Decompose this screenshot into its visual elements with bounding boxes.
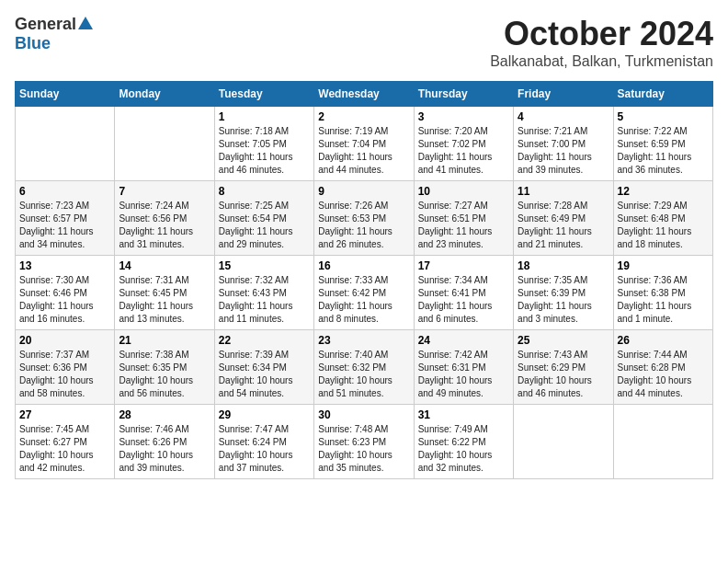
calendar-cell: 25Sunrise: 7:43 AMSunset: 6:29 PMDayligh…: [514, 330, 613, 405]
calendar-cell: 16Sunrise: 7:33 AMSunset: 6:42 PMDayligh…: [314, 256, 414, 330]
day-number: 29: [219, 408, 310, 421]
calendar-cell: 31Sunrise: 7:49 AMSunset: 6:22 PMDayligh…: [414, 405, 513, 479]
day-info: Sunrise: 7:42 AMSunset: 6:31 PMDaylight:…: [418, 349, 509, 400]
day-number: 24: [418, 334, 509, 347]
day-number: 11: [518, 185, 609, 198]
day-info: Sunrise: 7:45 AMSunset: 6:27 PMDaylight:…: [19, 423, 110, 475]
calendar-table: SundayMondayTuesdayWednesdayThursdayFrid…: [15, 81, 713, 479]
calendar-cell: 13Sunrise: 7:30 AMSunset: 6:46 PMDayligh…: [16, 256, 115, 330]
day-info: Sunrise: 7:32 AMSunset: 6:43 PMDaylight:…: [219, 274, 310, 326]
day-info: Sunrise: 7:21 AMSunset: 7:00 PMDaylight:…: [518, 125, 609, 177]
calendar-cell: 19Sunrise: 7:36 AMSunset: 6:38 PMDayligh…: [613, 256, 712, 330]
day-number: 16: [318, 259, 409, 272]
calendar-cell: 23Sunrise: 7:40 AMSunset: 6:32 PMDayligh…: [314, 330, 414, 405]
calendar-cell: 15Sunrise: 7:32 AMSunset: 6:43 PMDayligh…: [214, 256, 313, 330]
calendar-cell: 2Sunrise: 7:19 AMSunset: 7:04 PMDaylight…: [314, 107, 414, 181]
calendar-cell: 30Sunrise: 7:48 AMSunset: 6:23 PMDayligh…: [314, 405, 414, 479]
weekday-header-friday: Friday: [514, 82, 613, 107]
day-number: 8: [219, 185, 310, 198]
day-info: Sunrise: 7:19 AMSunset: 7:04 PMDaylight:…: [318, 125, 409, 177]
day-info: Sunrise: 7:49 AMSunset: 6:22 PMDaylight:…: [418, 423, 509, 475]
day-number: 5: [618, 110, 709, 123]
day-info: Sunrise: 7:43 AMSunset: 6:29 PMDaylight:…: [518, 349, 609, 400]
day-info: Sunrise: 7:46 AMSunset: 6:26 PMDaylight:…: [119, 423, 210, 475]
day-number: 28: [119, 408, 210, 421]
day-number: 15: [219, 259, 310, 272]
day-info: Sunrise: 7:26 AMSunset: 6:53 PMDaylight:…: [318, 200, 409, 251]
weekday-header-saturday: Saturday: [613, 82, 712, 107]
day-info: Sunrise: 7:48 AMSunset: 6:23 PMDaylight:…: [318, 423, 409, 475]
day-info: Sunrise: 7:27 AMSunset: 6:51 PMDaylight:…: [418, 200, 509, 251]
day-info: Sunrise: 7:40 AMSunset: 6:32 PMDaylight:…: [318, 349, 409, 400]
day-number: 17: [418, 259, 509, 272]
logo-general-text: General: [15, 15, 76, 34]
page-header: General Blue October 2024 Balkanabat, Ba…: [15, 15, 713, 70]
calendar-cell: 27Sunrise: 7:45 AMSunset: 6:27 PMDayligh…: [16, 405, 115, 479]
day-info: Sunrise: 7:20 AMSunset: 7:02 PMDaylight:…: [418, 125, 509, 177]
calendar-cell: 11Sunrise: 7:28 AMSunset: 6:49 PMDayligh…: [514, 181, 613, 256]
calendar-cell: 14Sunrise: 7:31 AMSunset: 6:45 PMDayligh…: [115, 256, 214, 330]
day-number: 22: [219, 334, 310, 347]
svg-marker-0: [78, 17, 93, 29]
day-info: Sunrise: 7:18 AMSunset: 7:05 PMDaylight:…: [219, 125, 310, 177]
day-number: 4: [518, 110, 609, 123]
calendar-cell: 9Sunrise: 7:26 AMSunset: 6:53 PMDaylight…: [314, 181, 414, 256]
calendar-cell: [613, 405, 712, 479]
day-info: Sunrise: 7:33 AMSunset: 6:42 PMDaylight:…: [318, 274, 409, 326]
day-number: 9: [318, 185, 409, 198]
day-info: Sunrise: 7:35 AMSunset: 6:39 PMDaylight:…: [518, 274, 609, 326]
day-number: 14: [119, 259, 210, 272]
day-info: Sunrise: 7:38 AMSunset: 6:35 PMDaylight:…: [119, 349, 210, 400]
day-number: 20: [19, 334, 110, 347]
day-info: Sunrise: 7:39 AMSunset: 6:34 PMDaylight:…: [219, 349, 310, 400]
day-info: Sunrise: 7:31 AMSunset: 6:45 PMDaylight:…: [119, 274, 210, 326]
day-info: Sunrise: 7:47 AMSunset: 6:24 PMDaylight:…: [219, 423, 310, 475]
day-number: 1: [219, 110, 310, 123]
day-number: 13: [19, 259, 110, 272]
day-number: 31: [418, 408, 509, 421]
day-info: Sunrise: 7:34 AMSunset: 6:41 PMDaylight:…: [418, 274, 509, 326]
logo-triangle-icon: [78, 17, 93, 33]
weekday-header-sunday: Sunday: [16, 82, 115, 107]
weekday-header-monday: Monday: [115, 82, 214, 107]
calendar-cell: 3Sunrise: 7:20 AMSunset: 7:02 PMDaylight…: [414, 107, 513, 181]
day-number: 3: [418, 110, 509, 123]
day-number: 30: [318, 408, 409, 421]
day-number: 27: [19, 408, 110, 421]
day-number: 25: [518, 334, 609, 347]
calendar-cell: 5Sunrise: 7:22 AMSunset: 6:59 PMDaylight…: [613, 107, 712, 181]
calendar-cell: 29Sunrise: 7:47 AMSunset: 6:24 PMDayligh…: [214, 405, 313, 479]
day-number: 2: [318, 110, 409, 123]
calendar-cell: 12Sunrise: 7:29 AMSunset: 6:48 PMDayligh…: [613, 181, 712, 256]
calendar-cell: [514, 405, 613, 479]
location-title: Balkanabat, Balkan, Turkmenistan: [490, 53, 713, 70]
logo: General Blue: [15, 15, 93, 53]
month-title: October 2024: [490, 15, 713, 53]
calendar-cell: 18Sunrise: 7:35 AMSunset: 6:39 PMDayligh…: [514, 256, 613, 330]
calendar-cell: 20Sunrise: 7:37 AMSunset: 6:36 PMDayligh…: [16, 330, 115, 405]
calendar-cell: [16, 107, 115, 181]
day-number: 26: [618, 334, 709, 347]
day-info: Sunrise: 7:29 AMSunset: 6:48 PMDaylight:…: [618, 200, 709, 251]
day-number: 19: [618, 259, 709, 272]
day-info: Sunrise: 7:22 AMSunset: 6:59 PMDaylight:…: [618, 125, 709, 177]
calendar-cell: 28Sunrise: 7:46 AMSunset: 6:26 PMDayligh…: [115, 405, 214, 479]
calendar-cell: 4Sunrise: 7:21 AMSunset: 7:00 PMDaylight…: [514, 107, 613, 181]
day-number: 12: [618, 185, 709, 198]
calendar-cell: 26Sunrise: 7:44 AMSunset: 6:28 PMDayligh…: [613, 330, 712, 405]
logo-blue-text: Blue: [15, 34, 51, 53]
day-number: 6: [19, 185, 110, 198]
day-info: Sunrise: 7:23 AMSunset: 6:57 PMDaylight:…: [19, 200, 110, 251]
calendar-cell: [115, 107, 214, 181]
calendar-cell: 22Sunrise: 7:39 AMSunset: 6:34 PMDayligh…: [214, 330, 313, 405]
calendar-cell: 24Sunrise: 7:42 AMSunset: 6:31 PMDayligh…: [414, 330, 513, 405]
calendar-cell: 21Sunrise: 7:38 AMSunset: 6:35 PMDayligh…: [115, 330, 214, 405]
day-info: Sunrise: 7:36 AMSunset: 6:38 PMDaylight:…: [618, 274, 709, 326]
calendar-cell: 8Sunrise: 7:25 AMSunset: 6:54 PMDaylight…: [214, 181, 313, 256]
day-number: 10: [418, 185, 509, 198]
calendar-cell: 1Sunrise: 7:18 AMSunset: 7:05 PMDaylight…: [214, 107, 313, 181]
day-info: Sunrise: 7:28 AMSunset: 6:49 PMDaylight:…: [518, 200, 609, 251]
day-info: Sunrise: 7:44 AMSunset: 6:28 PMDaylight:…: [618, 349, 709, 400]
calendar-cell: 7Sunrise: 7:24 AMSunset: 6:56 PMDaylight…: [115, 181, 214, 256]
day-info: Sunrise: 7:24 AMSunset: 6:56 PMDaylight:…: [119, 200, 210, 251]
